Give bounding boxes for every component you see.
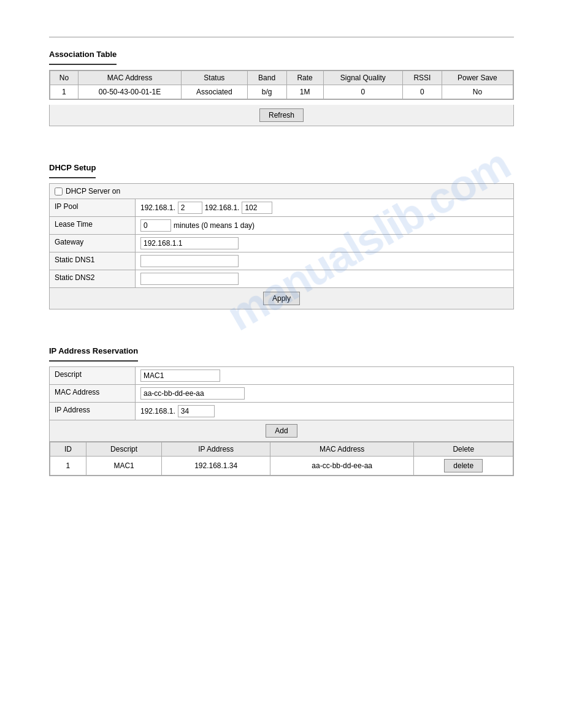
ip-pool-start-input[interactable] — [178, 202, 202, 214]
ipr-mac-input[interactable] — [140, 387, 245, 400]
row-no: 1 — [50, 85, 79, 99]
ip-pool-prefix2: 192.168.1. — [205, 203, 240, 212]
lease-time-value: minutes (0 means 1 day) — [136, 217, 513, 234]
gateway-input[interactable] — [140, 237, 239, 249]
ipr-descript-label: Descript — [50, 367, 136, 384]
ipr-row-id: 1 — [50, 457, 86, 476]
ip-reservation-section: IP Address Reservation Descript MAC Addr… — [49, 346, 514, 476]
ipr-ip-label: IP Address — [50, 403, 136, 420]
association-table: No MAC Address Status Band Rate Signal Q… — [50, 70, 513, 99]
ipr-row-delete: delete — [414, 457, 513, 476]
ipr-col-ip: IP Address — [162, 442, 270, 457]
row-mac: 00-50-43-00-01-1E — [78, 85, 181, 99]
ipr-descript-row: Descript — [50, 367, 513, 385]
gateway-value — [136, 235, 513, 252]
ipr-table-row: 1 MAC1 192.168.1.34 aa-cc-bb-dd-ee-aa de… — [50, 457, 513, 476]
ip-pool-row: IP Pool 192.168.1. 192.168.1. — [50, 199, 513, 217]
ip-reservation-form: Descript MAC Address IP Address 192.168.… — [49, 366, 514, 476]
table-row: 1 00-50-43-00-01-1E Associated b/g 1M 0 … — [50, 85, 513, 99]
ip-pool-prefix1: 192.168.1. — [140, 203, 175, 212]
static-dns2-value — [136, 270, 513, 287]
static-dns1-value — [136, 252, 513, 270]
ipr-ip-row: IP Address 192.168.1. — [50, 403, 513, 420]
ipr-mac-label: MAC Address — [50, 385, 136, 402]
ipr-row-descript: MAC1 — [86, 457, 162, 476]
dhcp-server-row: DHCP Server on — [50, 184, 513, 199]
ipr-col-descript: Descript — [86, 442, 162, 457]
static-dns2-row: Static DNS2 — [50, 270, 513, 288]
ipr-ip-input[interactable] — [178, 405, 215, 417]
ipr-add-button[interactable]: Add — [266, 424, 297, 438]
dhcp-apply-button[interactable]: Apply — [263, 292, 300, 305]
ipr-col-delete: Delete — [414, 442, 513, 457]
ipr-ip-prefix: 192.168.1. — [140, 407, 175, 415]
ip-reservation-table: ID Descript IP Address MAC Address Delet… — [50, 442, 513, 476]
col-mac: MAC Address — [78, 71, 181, 85]
row-status: Associated — [182, 85, 248, 99]
row-rate: 1M — [286, 85, 323, 99]
ipr-row-ip: 192.168.1.34 — [162, 457, 270, 476]
ipr-add-row: Add — [50, 420, 513, 442]
association-table-wrapper: No MAC Address Status Band Rate Signal Q… — [49, 70, 514, 100]
col-status: Status — [182, 71, 248, 85]
lease-time-input[interactable] — [140, 219, 171, 232]
lease-time-suffix: minutes (0 means 1 day) — [174, 221, 255, 230]
refresh-button[interactable]: Refresh — [259, 108, 304, 122]
gateway-label: Gateway — [50, 235, 136, 252]
static-dns1-row: Static DNS1 — [50, 252, 513, 270]
row-band: b/g — [247, 85, 286, 99]
association-table-section: Association Table No MAC Address Status … — [49, 50, 514, 126]
ipr-delete-button[interactable]: delete — [444, 459, 483, 472]
col-signal-quality: Signal Quality — [323, 71, 402, 85]
ipr-col-id: ID — [50, 442, 86, 457]
dhcp-apply-row: Apply — [50, 288, 513, 309]
gateway-row: Gateway — [50, 235, 513, 252]
ipr-mac-value — [136, 385, 513, 402]
static-dns1-input[interactable] — [140, 255, 239, 267]
ip-pool-value: 192.168.1. 192.168.1. — [136, 199, 513, 216]
dhcp-table: DHCP Server on IP Pool 192.168.1. 192.16… — [49, 183, 514, 309]
ipr-row-mac: aa-cc-bb-dd-ee-aa — [270, 457, 414, 476]
top-divider — [49, 37, 514, 37]
dhcp-setup-title: DHCP Setup — [49, 163, 96, 172]
dhcp-server-label: DHCP Server on — [66, 187, 120, 195]
row-power-save: No — [442, 85, 513, 99]
ip-reservation-title: IP Address Reservation — [49, 346, 138, 355]
col-band: Band — [247, 71, 286, 85]
lease-time-row: Lease Time minutes (0 means 1 day) — [50, 217, 513, 235]
col-rssi: RSSI — [402, 71, 442, 85]
ipr-mac-row: MAC Address — [50, 385, 513, 403]
dhcp-server-checkbox[interactable] — [55, 188, 63, 195]
static-dns2-label: Static DNS2 — [50, 270, 136, 287]
col-power-save: Power Save — [442, 71, 513, 85]
col-no: No — [50, 71, 79, 85]
refresh-btn-row: Refresh — [49, 105, 514, 126]
row-signal-quality: 0 — [323, 85, 402, 99]
ipr-descript-value — [136, 367, 513, 384]
lease-time-label: Lease Time — [50, 217, 136, 234]
static-dns1-label: Static DNS1 — [50, 252, 136, 270]
dhcp-setup-section: DHCP Setup DHCP Server on IP Pool 192.16… — [49, 163, 514, 309]
association-table-title: Association Table — [49, 50, 117, 59]
ipr-col-mac: MAC Address — [270, 442, 414, 457]
col-rate: Rate — [286, 71, 323, 85]
ipr-ip-value: 192.168.1. — [136, 403, 513, 420]
ipr-descript-input[interactable] — [140, 370, 220, 382]
ip-pool-label: IP Pool — [50, 199, 136, 216]
row-rssi: 0 — [402, 85, 442, 99]
ip-pool-end-input[interactable] — [242, 202, 272, 214]
static-dns2-input[interactable] — [140, 273, 239, 285]
